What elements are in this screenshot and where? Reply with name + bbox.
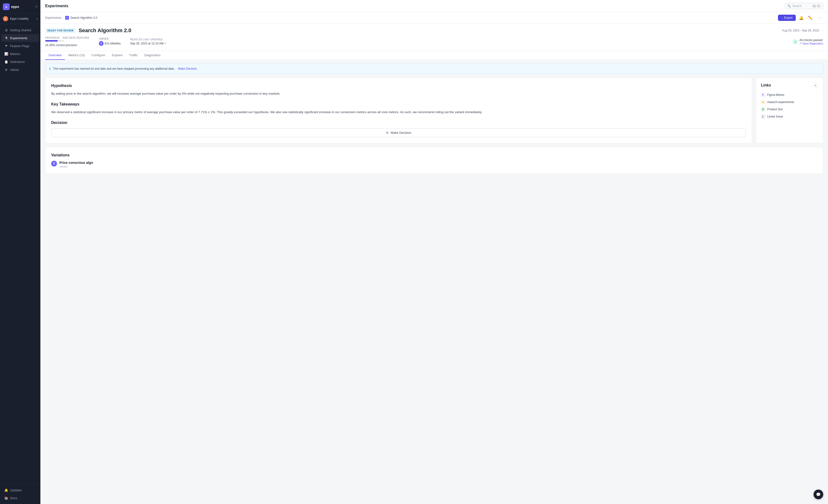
experiment-meta: PROGRESS END DATE REACHED ±5.36% current… <box>45 37 823 47</box>
results-chevron-icon[interactable]: ▾ <box>164 42 166 45</box>
sidebar-item-metrics[interactable]: 📊 Metrics <box>1 50 39 58</box>
breadcrumb-parent[interactable]: Experiments <box>45 16 61 19</box>
k-key: K <box>817 5 821 8</box>
tab-metrics[interactable]: Metrics (10) <box>65 51 88 60</box>
linear-icon: L <box>761 114 765 119</box>
link-label-slack: #search-experiments <box>767 100 794 104</box>
export-label: Export <box>784 16 792 19</box>
variation-item: B Price conscious algo variant <box>51 161 817 168</box>
status-badge: READY FOR REVIEW <box>45 28 76 33</box>
export-button[interactable]: ↑ Export <box>778 15 796 21</box>
experiment-title-row: READY FOR REVIEW Search Algorithm 2.0 Au… <box>45 28 823 34</box>
results-label: RESULTS LAST UPDATED <box>130 38 166 41</box>
date-range: Aug 03, 2023 - Sep 28, 2023 ☆ <box>782 29 823 32</box>
hypothesis-text: By adding price to the search algorithm,… <box>51 91 746 96</box>
link-item-slack[interactable]: # #search-experiments <box>761 98 818 106</box>
sidebar-item-getting-started[interactable]: ⊞ Getting Started <box>1 26 39 34</box>
variation-name: Price conscious algo <box>59 161 93 165</box>
decision-title: Decision <box>51 121 746 125</box>
sidebar-item-admin[interactable]: ⚙ Admin <box>1 66 39 74</box>
experiment-title: Search Algorithm 2.0 <box>79 28 779 34</box>
tab-traffic[interactable]: Traffic <box>126 51 141 60</box>
page-title: Experiments <box>45 4 68 8</box>
search-shortcut: ⌘ K <box>812 5 821 8</box>
logo: e eppo <box>3 3 19 10</box>
sidebar-nav: ⊞ Getting Started ⚗ Experiments ⚑ Featur… <box>0 24 40 484</box>
logo-text: eppo <box>11 5 19 9</box>
docs-icon: 📚 <box>4 496 8 500</box>
sidebar-item-docs[interactable]: 📚 Docs <box>1 494 39 502</box>
logo-mark: e <box>3 3 10 10</box>
link-label-linear: Linear Issue <box>767 115 783 118</box>
slack-icon: # <box>761 100 765 104</box>
links-card: Links + F Figma Mocks # #search-experi <box>756 78 823 143</box>
sidebar-item-definitions[interactable]: 📋 Definitions <box>1 58 39 65</box>
sidebar-item-feature-flags[interactable]: ⚑ Feature Flags <box>1 42 39 50</box>
link-item-linear[interactable]: L Linear Issue <box>761 113 818 120</box>
main-content: Experiments 🔍 Search ⌘ K Experiments › A… <box>40 0 828 504</box>
open-diagnostics-link[interactable]: ↗ Open Diagnostics <box>799 42 823 45</box>
tab-diagnostics[interactable]: Diagnostics <box>141 51 164 60</box>
owner-avatar: E <box>99 41 104 46</box>
figma-icon: F <box>761 93 765 97</box>
search-icon: 🔍 <box>787 4 791 8</box>
sidebar-item-updates[interactable]: 🔔 Updates <box>1 486 39 494</box>
star-icon[interactable]: ☆ <box>821 29 823 32</box>
search-box[interactable]: 🔍 Search ⌘ K <box>785 3 823 9</box>
breadcrumb-separator: › <box>63 16 64 19</box>
links-header: Links + <box>761 83 818 88</box>
variation-label: variant <box>59 165 93 168</box>
make-decision-button[interactable]: ⚙ Make Decision <box>51 128 746 137</box>
feature-flags-icon: ⚑ <box>4 44 8 48</box>
ellipsis-icon: ··· <box>818 16 821 20</box>
key-takeaways-text: We observed a statistical significant in… <box>51 110 746 115</box>
owner-label: OWNER <box>99 38 120 40</box>
gdoc-icon: D <box>761 107 765 111</box>
variations-title: Variations <box>51 153 817 157</box>
variation-avatar: B <box>51 161 57 167</box>
sidebar: e eppo K E Eppo Usability ▾ ⊞ Getting St… <box>0 0 40 504</box>
edit-button[interactable]: ✏️ <box>807 14 814 21</box>
more-options-button[interactable]: ··· <box>816 14 823 21</box>
banner-message: This experiment has reached its end date… <box>53 67 174 71</box>
sidebar-header: e eppo K <box>0 0 40 14</box>
workspace-name: Eppo Usability <box>10 17 34 20</box>
hypothesis-title: Hypothesis <box>51 84 746 88</box>
metrics-icon: 📊 <box>4 52 8 56</box>
content-body: ℹ This experiment has reached its end da… <box>40 60 828 178</box>
sidebar-item-label-definitions: Definitions <box>10 60 25 64</box>
owner-name: Eric Metelka <box>105 42 120 45</box>
date-range-text: Aug 03, 2023 - Sep 28, 2023 <box>782 29 819 32</box>
add-link-button[interactable]: + <box>813 83 818 88</box>
banner-make-decision-link[interactable]: Make Decision <box>178 67 197 71</box>
bell-icon: 🔔 <box>799 16 804 20</box>
end-date-label: END DATE REACHED <box>63 37 89 39</box>
getting-started-icon: ⊞ <box>4 28 8 32</box>
checks-text: All checks passed <box>799 38 823 42</box>
breadcrumb-bar: Experiments › A Search Algorithm 2.0 ↑ E… <box>40 12 828 24</box>
export-icon: ↑ <box>781 16 783 19</box>
tab-explore[interactable]: Explore <box>109 51 126 60</box>
experiments-icon: ⚗ <box>4 36 8 40</box>
breadcrumb-current: Search Algorithm 2.0 <box>71 16 97 19</box>
tab-overview[interactable]: Overview <box>45 51 65 60</box>
sidebar-item-experiments[interactable]: ⚗ Experiments <box>1 34 39 42</box>
tab-configure[interactable]: Configure <box>88 51 109 60</box>
progress-text: ±5.36% current precision <box>45 43 89 47</box>
key-takeaways-title: Key Takeaways <box>51 102 746 106</box>
updates-icon: 🔔 <box>4 488 8 492</box>
workspace-selector[interactable]: E Eppo Usability ▾ <box>0 14 40 24</box>
workspace-avatar: E <box>3 16 8 21</box>
link-item-gdoc[interactable]: D Product Doc <box>761 106 818 113</box>
sidebar-item-label-getting-started: Getting Started <box>10 28 31 32</box>
sidebar-collapse-button[interactable]: K <box>36 5 38 8</box>
chat-button[interactable]: 💬 <box>814 490 823 499</box>
results-date-text: Sep 28, 2023 at 12:10 AM <box>130 42 164 45</box>
variations-card: Variations B Price conscious algo varian… <box>45 147 823 174</box>
breadcrumb-actions: ↑ Export 🔔 ✏️ ··· <box>778 14 823 21</box>
links-title: Links <box>761 83 771 87</box>
top-header: Experiments 🔍 Search ⌘ K <box>40 0 828 12</box>
main-card: Hypothesis By adding price to the search… <box>45 78 752 143</box>
link-item-figma[interactable]: F Figma Mocks <box>761 91 818 98</box>
notifications-button[interactable]: 🔔 <box>798 14 805 21</box>
